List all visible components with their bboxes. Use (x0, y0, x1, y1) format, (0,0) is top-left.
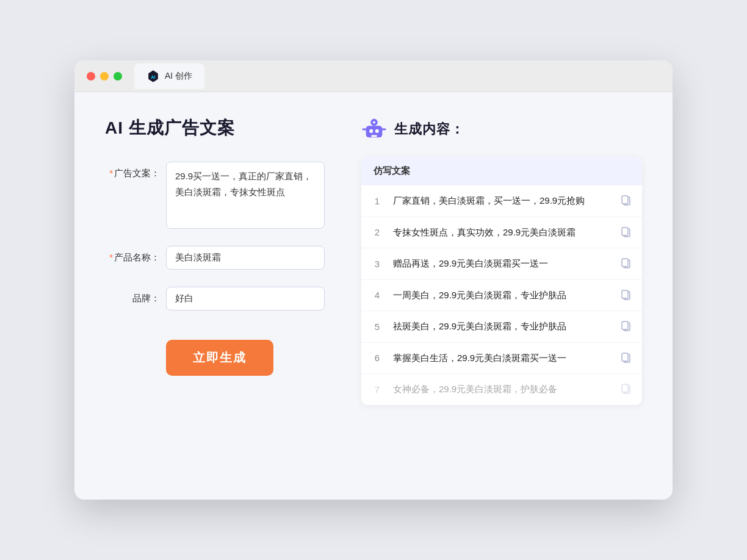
svg-text:AI: AI (151, 74, 155, 79)
row-num: 4 (371, 290, 383, 300)
row-text: 赠品再送，29.9元美白淡斑霜买一送一 (393, 257, 610, 271)
maximize-button[interactable] (114, 72, 122, 81)
result-title: 生成内容： (394, 120, 464, 138)
left-panel: AI 生成广告文案 *广告文案： 29.9买一送一，真正的厂家直销，美白淡斑霜，… (105, 117, 325, 470)
row-text: 祛斑美白，29.9元美白淡斑霜，专业护肤品 (393, 320, 610, 334)
generate-button[interactable]: 立即生成 (166, 340, 273, 376)
row-num: 7 (371, 384, 383, 395)
browser-window: AI AI 创作 AI 生成广告文案 *广告文案： 29.9买一送一，真正的厂家… (74, 60, 673, 500)
row-num: 5 (371, 321, 383, 332)
svg-point-9 (373, 121, 375, 124)
content-area: AI 生成广告文案 *广告文案： 29.9买一送一，真正的厂家直销，美白淡斑霜，… (74, 92, 673, 495)
ad-copy-label: *广告文案： (105, 162, 160, 179)
copy-icon[interactable] (620, 352, 632, 364)
table-row: 2 专抹女性斑点，真实功效，29.9元美白淡斑霜 (361, 217, 642, 249)
tab-label: AI 创作 (165, 71, 192, 82)
svg-rect-19 (622, 321, 628, 329)
brand-input[interactable] (166, 287, 325, 311)
svg-rect-5 (375, 129, 379, 133)
svg-rect-13 (622, 228, 628, 235)
svg-rect-21 (622, 353, 628, 361)
svg-rect-15 (622, 259, 628, 267)
title-bar: AI AI 创作 (74, 60, 673, 92)
svg-rect-23 (622, 384, 628, 392)
table-row: 6 掌握美白生活，29.9元美白淡斑霜买一送一 (361, 343, 642, 375)
copy-icon[interactable] (620, 257, 632, 270)
ai-tab-icon: AI (146, 70, 160, 83)
ad-copy-group: *广告文案： 29.9买一送一，真正的厂家直销，美白淡斑霜，专抹女性斑点 (105, 162, 325, 229)
copy-icon[interactable] (620, 383, 632, 395)
table-row: 7 女神必备，29.9元美白淡斑霜，护肤必备 (361, 374, 642, 405)
robot-icon (361, 117, 387, 142)
product-name-group: *产品名称： (105, 246, 325, 270)
row-text: 厂家直销，美白淡斑霜，买一送一，29.9元抢购 (393, 194, 610, 208)
svg-rect-6 (371, 135, 377, 137)
svg-rect-17 (622, 290, 628, 298)
svg-rect-11 (622, 196, 628, 204)
row-text: 专抹女性斑点，真实功效，29.9元美白淡斑霜 (393, 226, 610, 240)
row-num: 3 (371, 259, 383, 269)
brand-group: 品牌： (105, 287, 325, 311)
table-header: 仿写文案 (361, 157, 642, 185)
ai-creation-tab[interactable]: AI AI 创作 (134, 63, 204, 89)
row-text: 一周美白，29.9元美白淡斑霜，专业护肤品 (393, 289, 610, 303)
product-name-label: *产品名称： (105, 246, 160, 264)
copy-icon[interactable] (620, 320, 632, 332)
results-table: 仿写文案 1 厂家直销，美白淡斑霜，买一送一，29.9元抢购 2 专抹女性斑点，… (361, 157, 642, 405)
close-button[interactable] (87, 72, 95, 81)
minimize-button[interactable] (100, 72, 109, 81)
table-row: 3 赠品再送，29.9元美白淡斑霜买一送一 (361, 248, 642, 280)
page-title: AI 生成广告文案 (105, 117, 325, 140)
result-header: 生成内容： (361, 117, 642, 142)
copy-icon[interactable] (620, 195, 632, 207)
row-text: 女神必备，29.9元美白淡斑霜，护肤必备 (393, 382, 610, 397)
table-row: 5 祛斑美白，29.9元美白淡斑霜，专业护肤品 (361, 311, 642, 343)
copy-icon[interactable] (620, 226, 632, 239)
row-num: 2 (371, 227, 383, 237)
traffic-lights (87, 72, 122, 81)
svg-rect-4 (369, 129, 373, 133)
copy-icon[interactable] (620, 289, 632, 301)
required-star-product: * (109, 252, 113, 262)
brand-label: 品牌： (105, 287, 160, 304)
table-row: 4 一周美白，29.9元美白淡斑霜，专业护肤品 (361, 280, 642, 312)
row-text: 掌握美白生活，29.9元美白淡斑霜买一送一 (393, 351, 610, 365)
product-name-input[interactable] (166, 246, 325, 270)
row-num: 1 (371, 196, 383, 206)
required-star-ad: * (109, 168, 113, 178)
ad-copy-textarea[interactable]: 29.9买一送一，真正的厂家直销，美白淡斑霜，专抹女性斑点 (166, 162, 325, 229)
table-row: 1 厂家直销，美白淡斑霜，买一送一，29.9元抢购 (361, 185, 642, 217)
row-num: 6 (371, 353, 383, 363)
right-panel: 生成内容： 仿写文案 1 厂家直销，美白淡斑霜，买一送一，29.9元抢购 2 专… (361, 117, 642, 470)
